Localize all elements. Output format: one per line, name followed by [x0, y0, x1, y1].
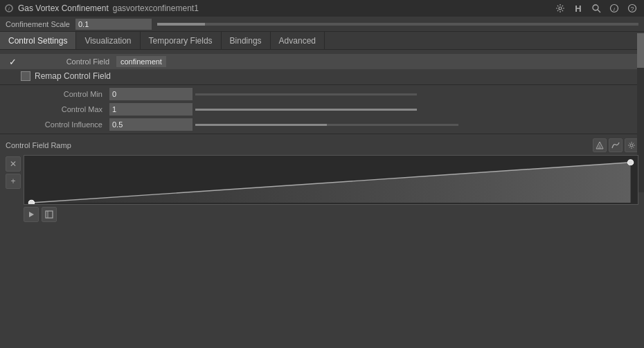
- control-max-row: Control Max: [0, 102, 644, 117]
- confinement-scale-input[interactable]: [75, 19, 152, 30]
- help-icon[interactable]: ?: [625, 1, 640, 16]
- remap-checkbox[interactable]: [21, 71, 30, 81]
- svg-text:?: ?: [630, 6, 634, 12]
- ramp-section: Control Field Ramp: [0, 136, 644, 225]
- ramp-gear-icon[interactable]: [625, 138, 638, 152]
- h-icon[interactable]: H: [571, 1, 586, 16]
- ramp-header: Control Field Ramp: [6, 138, 638, 152]
- ramp-title: Control Field Ramp: [6, 141, 593, 149]
- graph-canvas[interactable]: [24, 155, 638, 205]
- remap-label: Remap Control Field: [35, 71, 111, 81]
- tab-advanced[interactable]: Advanced: [271, 32, 325, 49]
- control-influence-label: Control Influence: [6, 120, 109, 129]
- svg-point-11: [630, 144, 633, 147]
- control-min-input[interactable]: [109, 88, 193, 100]
- svg-text:i: i: [8, 6, 10, 12]
- graph-side-buttons: ✕ +: [6, 155, 21, 189]
- control-influence-slider[interactable]: [195, 124, 458, 126]
- svg-point-14: [28, 200, 34, 204]
- graph-bottom-controls: [24, 207, 638, 222]
- window-instance: gasvortexconfinement1: [113, 3, 199, 13]
- confinement-scale-bar: Confinement Scale: [0, 17, 644, 32]
- gear-icon[interactable]: [553, 1, 568, 16]
- graph-container: ✕ +: [6, 155, 638, 222]
- info-icon[interactable]: i: [607, 1, 622, 16]
- control-field-check[interactable]: ✓: [6, 57, 19, 67]
- tab-visualization[interactable]: Visualization: [76, 32, 140, 49]
- tabs-bar: Control Settings Visualization Temporary…: [0, 32, 644, 50]
- ramp-preset-icon[interactable]: [593, 138, 607, 152]
- control-min-row: Control Min: [0, 86, 644, 102]
- svg-point-15: [627, 160, 633, 165]
- graph-area: [24, 155, 638, 222]
- expand-button[interactable]: [42, 207, 57, 222]
- window-title: Gas Vortex Confinement: [18, 3, 109, 13]
- confinement-scale-slider[interactable]: [157, 23, 638, 26]
- svg-line-4: [598, 10, 600, 12]
- title-bar: i Gas Vortex Confinement gasvortexconfin…: [0, 0, 644, 17]
- control-field-row: ✓ Control Field confinement: [0, 54, 644, 69]
- remove-point-button[interactable]: ✕: [6, 156, 21, 172]
- title-bar-controls: H i ?: [553, 1, 640, 16]
- window-icon: i: [4, 3, 14, 13]
- control-influence-input[interactable]: [109, 118, 193, 131]
- separator-1: [0, 84, 644, 85]
- control-max-label: Control Max: [6, 105, 109, 113]
- separator-2: [0, 134, 644, 134]
- control-max-input[interactable]: [109, 103, 193, 116]
- svg-marker-16: [29, 212, 34, 217]
- search-icon[interactable]: [589, 1, 604, 16]
- control-field-value: confinement: [116, 57, 638, 66]
- add-point-button[interactable]: +: [6, 174, 21, 189]
- tab-control-settings[interactable]: Control Settings: [0, 32, 76, 49]
- control-max-slider[interactable]: [195, 109, 417, 111]
- remap-control-field-row: Remap Control Field: [0, 69, 644, 83]
- control-min-slider[interactable]: [195, 93, 417, 95]
- tab-temporary-fields[interactable]: Temporary Fields: [141, 32, 222, 49]
- play-button[interactable]: [24, 207, 39, 222]
- confinement-scale-label: Confinement Scale: [6, 20, 70, 28]
- svg-rect-17: [46, 211, 53, 218]
- svg-text:i: i: [614, 6, 615, 12]
- svg-point-2: [559, 7, 562, 10]
- svg-point-3: [593, 5, 598, 10]
- ramp-icon-buttons: [593, 138, 638, 152]
- ramp-curve-icon[interactable]: [609, 138, 623, 152]
- control-influence-row: Control Influence: [0, 117, 644, 132]
- control-field-label: Control Field: [19, 57, 116, 66]
- tab-bindings[interactable]: Bindings: [222, 32, 271, 49]
- control-min-label: Control Min: [6, 90, 109, 98]
- confinement-scale-slider-fill: [157, 23, 206, 26]
- content-area: ✓ Control Field confinement Remap Contro…: [0, 50, 644, 229]
